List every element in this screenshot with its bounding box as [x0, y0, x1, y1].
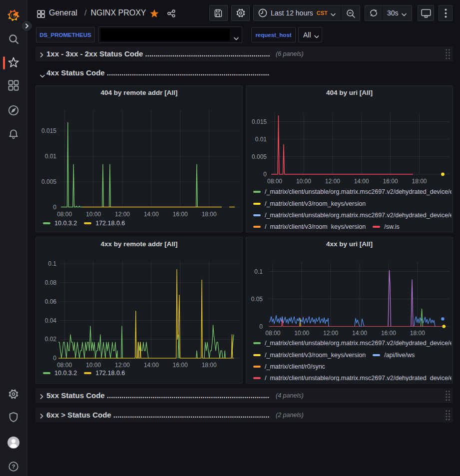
svg-text:0: 0 — [53, 355, 56, 362]
svg-text:18:00: 18:00 — [410, 330, 425, 337]
svg-text:16:00: 16:00 — [173, 211, 188, 218]
svg-text:14:00: 14:00 — [354, 178, 369, 185]
svg-text:0.005: 0.005 — [41, 178, 56, 185]
svg-text:0.01: 0.01 — [255, 136, 267, 143]
svg-text:10:00: 10:00 — [294, 330, 309, 337]
svg-text:0.1: 0.1 — [254, 268, 263, 275]
svg-text:12:00: 12:00 — [325, 178, 340, 185]
svg-text:14:00: 14:00 — [144, 211, 159, 218]
svg-text:0.06: 0.06 — [45, 298, 57, 305]
svg-text:0.015: 0.015 — [252, 118, 267, 125]
svg-text:0.015: 0.015 — [41, 127, 56, 134]
svg-text:10:00: 10:00 — [296, 178, 311, 185]
svg-text:0.1: 0.1 — [48, 260, 56, 267]
svg-text:16:00: 16:00 — [381, 330, 396, 337]
svg-text:0.05: 0.05 — [251, 296, 263, 303]
svg-text:18:00: 18:00 — [202, 211, 217, 218]
svg-text:0.08: 0.08 — [45, 279, 57, 286]
svg-text:10:00: 10:00 — [86, 211, 101, 218]
svg-text:0: 0 — [53, 204, 56, 211]
svg-text:0: 0 — [259, 323, 263, 330]
svg-text:0: 0 — [263, 171, 267, 178]
svg-text:08:00: 08:00 — [265, 330, 280, 337]
svg-text:16:00: 16:00 — [383, 178, 398, 185]
svg-text:0.005: 0.005 — [252, 153, 267, 160]
svg-text:0.04: 0.04 — [45, 317, 57, 324]
svg-text:08:00: 08:00 — [57, 211, 72, 218]
svg-text:14:00: 14:00 — [352, 330, 367, 337]
svg-text:12:00: 12:00 — [323, 330, 338, 337]
svg-text:0.01: 0.01 — [45, 153, 57, 160]
svg-text:08:00: 08:00 — [267, 178, 282, 185]
svg-text:18:00: 18:00 — [412, 178, 427, 185]
svg-text:0.02: 0.02 — [45, 336, 57, 343]
svg-text:?: ? — [11, 464, 15, 470]
svg-text:12:00: 12:00 — [115, 211, 130, 218]
